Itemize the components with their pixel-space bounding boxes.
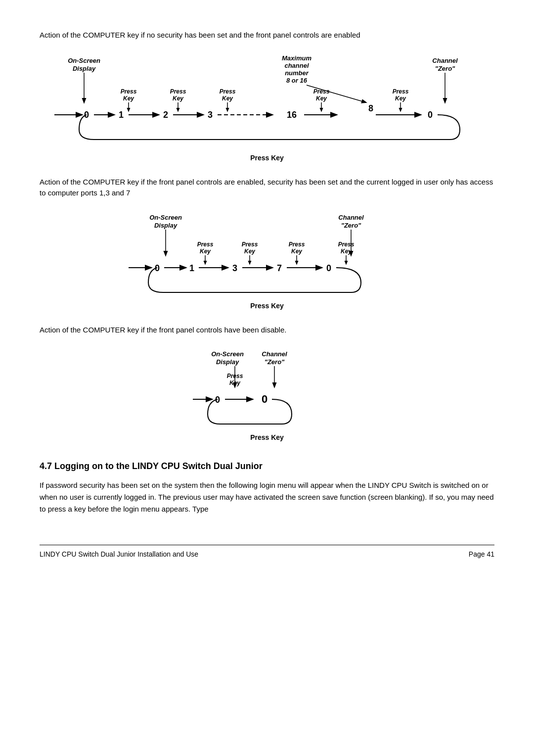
svg-text:Press: Press — [121, 88, 137, 95]
svg-text:"Zero": "Zero" — [265, 358, 285, 366]
footer-left: LINDY CPU Switch Dual Junior Installatio… — [40, 550, 198, 558]
svg-text:Key: Key — [229, 379, 241, 386]
svg-text:1: 1 — [189, 263, 194, 273]
diagram-3: On-Screen Display Channel "Zero" Press K… — [40, 347, 494, 441]
svg-text:Channel: Channel — [432, 57, 458, 64]
svg-text:1: 1 — [119, 110, 124, 120]
svg-text:Key: Key — [123, 95, 134, 102]
svg-text:0: 0 — [326, 263, 331, 273]
svg-text:Key: Key — [173, 95, 184, 102]
svg-text:Key: Key — [291, 248, 303, 255]
diagram1-press-key-label: Press Key — [250, 154, 284, 162]
svg-text:On-Screen: On-Screen — [68, 57, 100, 64]
svg-text:Press: Press — [338, 241, 355, 248]
svg-text:Press: Press — [393, 88, 409, 95]
svg-text:Press: Press — [289, 241, 305, 248]
svg-text:Press: Press — [170, 88, 186, 95]
svg-text:number: number — [285, 69, 309, 77]
svg-text:Key: Key — [222, 95, 233, 102]
intro-text-3: Action of the COMPUTER key if the front … — [40, 325, 494, 336]
svg-text:8: 8 — [368, 103, 373, 113]
svg-text:7: 7 — [277, 263, 282, 273]
diagram3-press-key-label: Press Key — [250, 433, 284, 441]
svg-text:2: 2 — [163, 110, 168, 120]
svg-text:Press: Press — [197, 241, 214, 248]
svg-text:Press: Press — [220, 88, 236, 95]
section-title: 4.7 Logging on to the LINDY CPU Switch D… — [40, 461, 494, 472]
body-text: If password security has been set on the… — [40, 479, 494, 515]
svg-text:Display: Display — [73, 65, 96, 72]
svg-text:3: 3 — [208, 110, 213, 120]
svg-text:Channel: Channel — [262, 350, 287, 358]
svg-text:Display: Display — [154, 222, 178, 229]
svg-text:On-Screen: On-Screen — [149, 214, 182, 221]
diagram-1: On-Screen Display Maximum channel number… — [40, 53, 494, 162]
svg-text:Maximum: Maximum — [282, 54, 312, 62]
svg-text:Press: Press — [227, 373, 243, 379]
svg-text:Press: Press — [313, 88, 330, 95]
svg-text:Channel: Channel — [338, 214, 364, 221]
svg-text:16: 16 — [287, 110, 297, 120]
svg-text:"Zero": "Zero" — [435, 65, 455, 72]
svg-text:On-Screen: On-Screen — [211, 350, 244, 358]
footer: LINDY CPU Switch Dual Junior Installatio… — [40, 545, 494, 558]
diagram2-press-key-label: Press Key — [250, 302, 284, 310]
footer-right: Page 41 — [469, 550, 494, 558]
svg-text:0: 0 — [428, 110, 433, 120]
diagram-2: On-Screen Display Channel "Zero" Press K… — [40, 211, 494, 310]
svg-text:Key: Key — [341, 248, 352, 255]
svg-text:"Zero": "Zero" — [341, 222, 361, 229]
svg-text:channel: channel — [284, 62, 309, 69]
svg-text:0: 0 — [262, 393, 267, 405]
svg-text:Key: Key — [200, 248, 211, 255]
svg-text:Key: Key — [244, 248, 256, 255]
svg-text:8 or 16: 8 or 16 — [286, 77, 308, 84]
intro-text-2: Action of the COMPUTER key if the front … — [40, 177, 494, 199]
svg-text:Key: Key — [316, 95, 327, 102]
svg-text:Key: Key — [395, 95, 406, 102]
svg-text:Display: Display — [216, 358, 239, 366]
svg-text:Press: Press — [242, 241, 258, 248]
intro-text-1: Action of the COMPUTER key if no securit… — [40, 30, 494, 41]
svg-text:3: 3 — [232, 263, 237, 273]
